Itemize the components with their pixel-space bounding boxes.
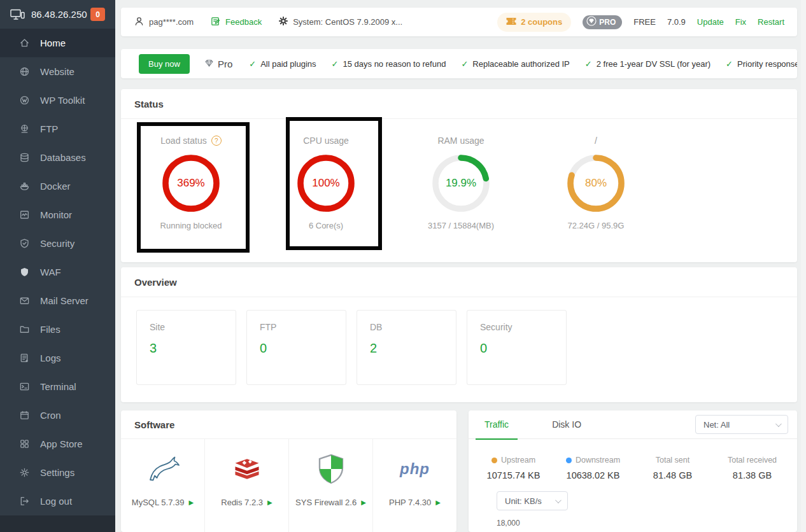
stat-upstream: Upstream 10715.74 KB bbox=[474, 456, 553, 480]
folder-icon bbox=[19, 324, 30, 335]
sidebar-item-settings[interactable]: Settings bbox=[0, 458, 115, 487]
software-item-php[interactable]: php PHP 7.4.30 bbox=[373, 439, 456, 532]
cpu-sub: 6 Core(s) bbox=[258, 221, 393, 230]
gauge-cpu-usage: CPU usage 100% 6 Core(s) bbox=[258, 136, 393, 230]
ram-sub: 3157 / 15884(MB) bbox=[393, 221, 528, 230]
coupons-button[interactable]: 2 coupons bbox=[497, 13, 571, 32]
software-item-sys-firewall[interactable]: SYS Firewall 2.6 bbox=[289, 439, 373, 532]
gauge-ram-usage: RAM usage 19.9% 3157 / 15884(MB) bbox=[393, 136, 528, 230]
logout-icon bbox=[19, 496, 30, 507]
update-link[interactable]: Update bbox=[697, 17, 724, 27]
overview-title: Overview bbox=[121, 267, 797, 297]
database-icon bbox=[19, 152, 30, 163]
cpu-value: 100% bbox=[295, 153, 357, 214]
wordpress-icon bbox=[19, 95, 30, 106]
page-scrollbar[interactable] bbox=[801, 0, 806, 532]
run-status-icon[interactable] bbox=[188, 499, 194, 506]
gauges-row: Load status? 369% Running blocked CPU us… bbox=[121, 119, 797, 230]
ftp-globe-icon bbox=[19, 123, 30, 134]
docker-whale-icon bbox=[19, 181, 30, 192]
software-title: Software bbox=[121, 410, 456, 439]
server-ip: 86.48.26.250 bbox=[31, 9, 90, 20]
downstream-dot bbox=[566, 458, 572, 463]
mysql-dolphin-icon bbox=[145, 451, 181, 487]
overview-card-db[interactable]: DB 2 bbox=[357, 310, 456, 385]
sidebar-item-log-out[interactable]: Log out bbox=[0, 487, 115, 515]
account-menu[interactable]: pag****.com bbox=[134, 16, 194, 29]
buy-now-button[interactable]: Buy now bbox=[139, 54, 190, 74]
sidebar-item-website[interactable]: Website bbox=[0, 57, 115, 86]
sidebar-item-databases[interactable]: Databases bbox=[0, 143, 115, 172]
system-info[interactable]: System: CentOS 7.9.2009 x... bbox=[278, 16, 402, 28]
run-status-icon[interactable] bbox=[267, 499, 272, 506]
status-title: Status bbox=[121, 89, 797, 119]
pro-label-group: Pro bbox=[204, 58, 232, 70]
help-icon[interactable]: ? bbox=[211, 136, 222, 146]
run-status-icon[interactable] bbox=[435, 499, 441, 506]
sidebar-item-home[interactable]: Home bbox=[0, 29, 115, 57]
fix-link[interactable]: Fix bbox=[735, 17, 746, 27]
sidebar-item-logs[interactable]: Logs bbox=[0, 344, 115, 372]
message-count-badge[interactable]: 0 bbox=[90, 8, 105, 21]
shield-check-icon bbox=[19, 238, 30, 249]
sidebar-item-files[interactable]: Files bbox=[0, 315, 115, 344]
software-item-mysql[interactable]: MySQL 5.7.39 bbox=[121, 439, 205, 532]
upstream-dot bbox=[491, 458, 497, 463]
overview-card-security[interactable]: Security 0 bbox=[467, 310, 567, 385]
monitor-chart-icon bbox=[19, 209, 30, 220]
waf-shield-icon bbox=[19, 267, 30, 277]
top-bar: pag****.com Feedback System: CentOS 7.9.… bbox=[121, 8, 797, 36]
net-interface-select[interactable]: Net: All bbox=[695, 415, 788, 434]
log-document-icon bbox=[19, 353, 30, 363]
check-icon bbox=[461, 59, 468, 69]
sidebar-item-monitor[interactable]: Monitor bbox=[0, 200, 115, 229]
load-value: 369% bbox=[160, 153, 222, 214]
disk-value: 80% bbox=[565, 153, 626, 214]
feedback-link[interactable]: Feedback bbox=[210, 16, 262, 29]
terminal-icon bbox=[19, 381, 30, 392]
sidebar-item-terminal[interactable]: Terminal bbox=[0, 372, 115, 401]
check-icon bbox=[585, 59, 592, 69]
tab-traffic[interactable]: Traffic bbox=[476, 410, 518, 439]
overview-card-site[interactable]: Site 3 bbox=[136, 310, 236, 385]
sidebar-header: 86.48.26.250 0 bbox=[0, 0, 115, 29]
chart-axis-tick: 18,000 bbox=[497, 519, 797, 528]
php-logo: php bbox=[400, 451, 430, 487]
check-icon bbox=[249, 59, 256, 69]
user-icon bbox=[134, 16, 145, 29]
pro-badge[interactable]: PRO bbox=[583, 15, 622, 29]
promo-feature: 2 free 1-year DV SSL (for year) bbox=[585, 59, 711, 69]
app-grid-icon bbox=[19, 438, 30, 449]
software-item-redis[interactable]: Redis 7.2.3 bbox=[205, 439, 289, 532]
overview-card-ftp[interactable]: FTP 0 bbox=[246, 310, 346, 385]
sidebar-item-mail-server[interactable]: Mail Server bbox=[0, 286, 115, 315]
tab-disk-io[interactable]: Disk IO bbox=[543, 410, 590, 439]
sidebar-item-security[interactable]: Security bbox=[0, 229, 115, 258]
sidebar-item-wp-toolkit[interactable]: WP Toolkit bbox=[0, 86, 115, 115]
sidebar-item-docker[interactable]: Docker bbox=[0, 172, 115, 200]
promo-feature: Replaceable authorized IP bbox=[461, 59, 569, 69]
promo-feature: 15 days no reason to refund bbox=[332, 59, 446, 69]
gem-icon bbox=[586, 16, 597, 28]
redis-icon bbox=[231, 451, 263, 487]
load-sub: Running blocked bbox=[124, 221, 258, 230]
check-icon bbox=[332, 59, 339, 69]
home-icon bbox=[19, 38, 30, 48]
sidebar-item-cron[interactable]: Cron bbox=[0, 401, 115, 430]
globe-icon bbox=[19, 66, 30, 77]
gauge-load-status: Load status? 369% Running blocked bbox=[124, 136, 258, 230]
sidebar-item-waf[interactable]: WAF bbox=[0, 258, 115, 286]
status-panel: Status Load status? 369% Running blocked… bbox=[121, 89, 797, 262]
chevron-down-icon bbox=[775, 421, 782, 427]
gear-icon bbox=[19, 467, 30, 478]
traffic-panel: Traffic Disk IO Net: All Upstream 10715.… bbox=[469, 410, 797, 532]
sidebar-item-app-store[interactable]: App Store bbox=[0, 430, 115, 458]
software-panel: Software MySQL 5.7.39 Redis 7.2.3 bbox=[121, 410, 456, 532]
run-status-icon[interactable] bbox=[361, 499, 366, 506]
sidebar-item-ftp[interactable]: FTP bbox=[0, 115, 115, 143]
server-monitor-icon bbox=[10, 9, 25, 20]
promo-feature: Priority response service bbox=[726, 59, 797, 69]
restart-link[interactable]: Restart bbox=[758, 17, 784, 27]
unit-select[interactable]: Unit: KB/s bbox=[497, 491, 568, 510]
check-icon bbox=[726, 59, 733, 69]
